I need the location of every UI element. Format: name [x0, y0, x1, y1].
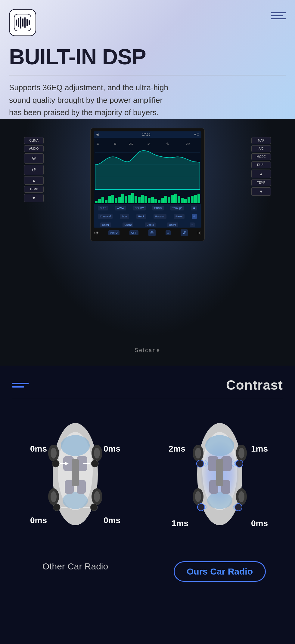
svg-point-58: [197, 504, 205, 511]
ctrl-dolby[interactable]: DOLBY: [133, 206, 146, 210]
ours-car-svg: [190, 417, 250, 531]
btn-temp-up-right: ▲: [251, 170, 271, 178]
screen-status-bar: ◀ 17:55 ≡ □: [94, 131, 201, 138]
hamburger-menu[interactable]: [271, 9, 286, 19]
eq-bar-24: [174, 194, 177, 203]
ctrl-www[interactable]: WWW: [115, 206, 126, 210]
logo-icon: [14, 14, 32, 32]
svg-point-20: [63, 492, 88, 509]
contrast-header: Contrast: [0, 366, 295, 399]
screen-user-presets: User1 User2 User3 User4 +: [94, 221, 201, 228]
svg-text:4k: 4k: [166, 143, 169, 145]
ours-delay-br: 0ms: [251, 519, 268, 528]
svg-point-27: [51, 448, 57, 458]
eq-bar-29: [191, 196, 194, 203]
ctrl-user4[interactable]: User4: [167, 222, 178, 227]
car-dashboard-image: CLIMA AUDIO ❄ ↺ ▲ TEMP ▼ ◀ 17:55 ≡ □: [0, 119, 295, 366]
btn-temp-down-right: ▼: [251, 187, 271, 196]
ctrl-zero[interactable]: 0: [192, 214, 197, 219]
ctrl-user2[interactable]: User2: [123, 222, 133, 227]
eq-bar-3: [105, 200, 107, 203]
eq-bar-18: [154, 199, 157, 203]
btn-map: MAP: [251, 137, 271, 144]
eq-bar-4: [108, 196, 111, 203]
brand-watermark: Seicane: [135, 347, 160, 354]
logo: [9, 9, 36, 36]
btn-recirculate: ↺: [24, 165, 44, 175]
ours-delay-tl: 2ms: [169, 444, 185, 454]
other-car-svg: [45, 417, 105, 531]
eq-bar-12: [135, 196, 137, 203]
bottom-ac-controls: ◁+ AUTO OFF ❆ □ ↺ ▷|: [94, 228, 201, 238]
btn-fan: ❄: [24, 153, 44, 164]
contrast-line-2: [12, 386, 24, 388]
ctrl-srs[interactable]: SRS®: [152, 206, 163, 210]
svg-point-56: [197, 460, 204, 467]
eq-bar-19: [158, 200, 160, 203]
other-car-top-view: 0ms 0ms 0ms 0ms: [33, 417, 117, 552]
title-divider: [9, 75, 286, 75]
svg-point-29: [94, 448, 100, 458]
top-section: BUILT-IN DSP Supports 36EQ adjustment, a…: [0, 0, 295, 366]
ctrl-clts[interactable]: CLTS: [98, 206, 108, 210]
ctrl-classical[interactable]: Classical: [98, 214, 113, 219]
svg-rect-47: [216, 459, 223, 486]
eq-bar-31: [197, 194, 200, 203]
eq-bar-17: [151, 197, 154, 203]
btn-defrost-front[interactable]: ↺: [181, 229, 188, 236]
svg-text:20: 20: [97, 143, 100, 145]
btn-recirc[interactable]: □: [166, 230, 171, 235]
btn-temp-down-left: ▼: [24, 194, 44, 202]
svg-point-37: [90, 504, 98, 511]
screen-controls-row2: Classical Jazz Rock Popular Reset 0: [94, 212, 201, 221]
eq-bar-10: [128, 195, 131, 203]
svg-point-33: [94, 491, 100, 502]
svg-rect-2: [18, 18, 19, 27]
contrast-icon: [12, 383, 29, 388]
other-delay-tr: 0ms: [104, 444, 120, 454]
ctrl-user3[interactable]: User3: [145, 222, 156, 227]
svg-point-31: [51, 491, 57, 502]
btn-auto[interactable]: AUTO: [108, 230, 120, 235]
ctrl-headphone[interactable]: ♦♦: [191, 206, 197, 210]
eq-bar-16: [148, 198, 151, 203]
svg-rect-4: [22, 18, 23, 27]
vol-right-icon: ▷|: [198, 231, 201, 235]
eq-bar-28: [188, 197, 190, 203]
ours-car-top-view: 2ms 1ms 1ms 0ms: [178, 417, 262, 552]
btn-temp-label-left: TEMP: [24, 186, 44, 193]
svg-point-41: [205, 435, 234, 456]
svg-rect-7: [29, 20, 30, 25]
ctrl-rock[interactable]: Rock: [136, 214, 146, 219]
ctrl-user1[interactable]: User1: [100, 222, 111, 227]
description-text: Supports 36EQ adjustment, and the ultra-…: [0, 81, 181, 119]
dsp-screen: ◀ 17:55 ≡ □: [94, 131, 201, 228]
eq-bar-11: [131, 193, 134, 203]
btn-off[interactable]: OFF: [129, 230, 138, 235]
svg-text:250: 250: [129, 143, 133, 145]
other-delay-br: 0ms: [104, 516, 120, 525]
right-side-buttons: MAP A/C MODE DUAL ▲ TEMP ▼: [251, 137, 271, 196]
svg-point-57: [236, 460, 243, 467]
ctrl-reset[interactable]: Reset: [174, 214, 185, 219]
eq-bar-20: [161, 198, 164, 203]
ctrl-popular[interactable]: Popular: [154, 214, 166, 219]
eq-bar-7: [118, 197, 121, 203]
eq-bar-30: [194, 195, 197, 203]
ctrl-add[interactable]: +: [190, 222, 195, 227]
center-unit: ◀ 17:55 ≡ □: [90, 128, 205, 241]
ctrl-through[interactable]: Through: [170, 206, 184, 210]
svg-rect-5: [24, 17, 26, 28]
svg-rect-25: [72, 459, 79, 486]
eq-visual: 20 63 250 1k 4k 16k: [94, 138, 201, 192]
svg-text:1k: 1k: [148, 143, 151, 145]
eq-bar-14: [141, 195, 144, 203]
svg-rect-1: [16, 20, 17, 26]
svg-point-35: [91, 460, 98, 467]
ours-car-label-button[interactable]: Ours Car Radio: [174, 561, 266, 582]
btn-defrost-rear[interactable]: ❆: [148, 229, 156, 236]
eq-bar-8: [121, 194, 124, 203]
ctrl-jazz[interactable]: Jazz: [120, 214, 129, 219]
eq-bar-9: [125, 196, 127, 203]
other-delay-bl: 0ms: [30, 516, 47, 525]
